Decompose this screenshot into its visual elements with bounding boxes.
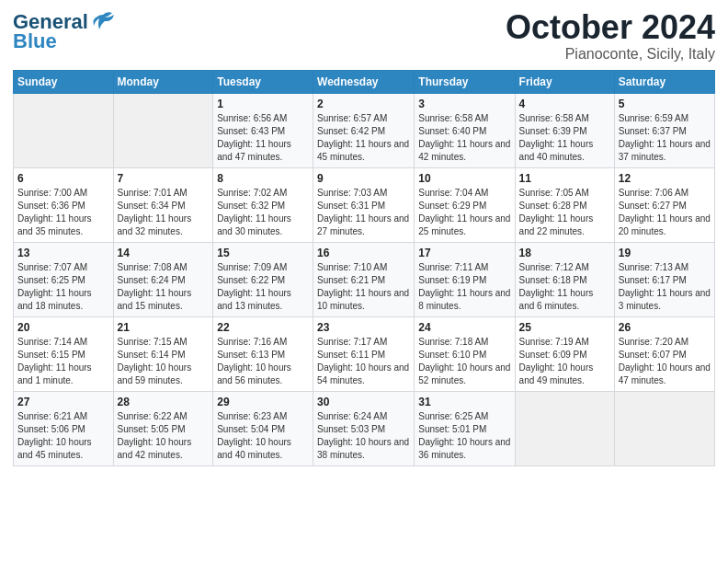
cell-w1-d1: [113, 93, 213, 167]
week-row-3: 13 Sunrise: 7:07 AM Sunset: 6:25 PM Dayl…: [14, 242, 715, 316]
cell-w4-d2: 22 Sunrise: 7:16 AM Sunset: 6:13 PM Dayl…: [213, 316, 313, 391]
day-number: 12: [619, 172, 711, 185]
daylight-text: Daylight: 11 hours and 8 minutes.: [418, 288, 510, 311]
day-number: 18: [519, 247, 610, 259]
cell-w2-d5: 11 Sunrise: 7:05 AM Sunset: 6:28 PM Dayl…: [515, 167, 614, 242]
daylight-text: Daylight: 11 hours and 20 minutes.: [619, 213, 711, 236]
sunrise-text: Sunrise: 7:18 AM: [418, 337, 488, 347]
daylight-text: Daylight: 11 hours and 1 minute.: [17, 362, 92, 385]
daylight-text: Daylight: 10 hours and 49 minutes.: [519, 362, 594, 385]
cell-w2-d4: 10 Sunrise: 7:04 AM Sunset: 6:29 PM Dayl…: [415, 167, 515, 242]
cell-w5-d2: 29 Sunrise: 6:23 AM Sunset: 5:04 PM Dayl…: [213, 391, 313, 465]
cell-w5-d4: 31 Sunrise: 6:25 AM Sunset: 5:01 PM Dayl…: [415, 391, 515, 465]
cell-w2-d1: 7 Sunrise: 7:01 AM Sunset: 6:34 PM Dayli…: [113, 167, 213, 242]
month-title: October 2024: [506, 9, 715, 46]
day-number: 11: [519, 172, 610, 185]
daylight-text: Daylight: 11 hours and 40 minutes.: [519, 139, 594, 162]
day-number: 26: [619, 321, 711, 334]
daylight-text: Daylight: 10 hours and 59 minutes.: [118, 362, 192, 385]
daylight-text: Daylight: 11 hours and 22 minutes.: [519, 213, 594, 236]
sunset-text: Sunset: 6:24 PM: [118, 275, 186, 285]
sunset-text: Sunset: 6:22 PM: [217, 275, 285, 285]
cell-w1-d3: 2 Sunrise: 6:57 AM Sunset: 6:42 PM Dayli…: [313, 93, 415, 167]
day-number: 28: [118, 396, 210, 408]
sunset-text: Sunset: 6:29 PM: [418, 201, 486, 211]
main-container: General Blue October 2024 Pianoconte, Si…: [0, 0, 728, 474]
sunset-text: Sunset: 6:14 PM: [118, 350, 186, 360]
day-number: 2: [317, 98, 410, 110]
sunset-text: Sunset: 6:19 PM: [418, 275, 486, 285]
day-number: 29: [217, 396, 309, 408]
sunrise-text: Sunrise: 7:19 AM: [519, 337, 589, 347]
sunrise-text: Sunrise: 6:24 AM: [317, 411, 387, 421]
daylight-text: Daylight: 10 hours and 40 minutes.: [217, 437, 291, 460]
daylight-text: Daylight: 10 hours and 54 minutes.: [317, 362, 409, 385]
cell-w1-d4: 3 Sunrise: 6:58 AM Sunset: 6:40 PM Dayli…: [415, 93, 515, 167]
cell-w2-d0: 6 Sunrise: 7:00 AM Sunset: 6:36 PM Dayli…: [14, 167, 114, 242]
sunrise-text: Sunrise: 6:22 AM: [118, 411, 188, 421]
day-number: 14: [118, 247, 210, 259]
daylight-text: Daylight: 10 hours and 56 minutes.: [217, 362, 291, 385]
title-block: October 2024 Pianoconte, Sicily, Italy: [506, 9, 715, 63]
day-number: 8: [217, 172, 309, 185]
sunrise-text: Sunrise: 6:56 AM: [217, 113, 287, 123]
week-row-5: 27 Sunrise: 6:21 AM Sunset: 5:06 PM Dayl…: [14, 391, 715, 465]
sunrise-text: Sunrise: 7:02 AM: [217, 188, 287, 198]
daylight-text: Daylight: 10 hours and 52 minutes.: [418, 362, 510, 385]
cell-w2-d6: 12 Sunrise: 7:06 AM Sunset: 6:27 PM Dayl…: [614, 167, 714, 242]
sunset-text: Sunset: 5:06 PM: [17, 424, 85, 434]
day-number: 20: [17, 321, 109, 334]
cell-w5-d5: [515, 391, 614, 465]
sunrise-text: Sunrise: 7:11 AM: [418, 262, 488, 272]
sunset-text: Sunset: 6:25 PM: [17, 275, 85, 285]
sunrise-text: Sunrise: 7:14 AM: [17, 337, 87, 347]
cell-w3-d1: 14 Sunrise: 7:08 AM Sunset: 6:24 PM Dayl…: [113, 242, 213, 316]
location: Pianoconte, Sicily, Italy: [506, 46, 715, 63]
day-number: 13: [17, 247, 109, 259]
sunset-text: Sunset: 6:32 PM: [217, 201, 285, 211]
cell-w4-d4: 24 Sunrise: 7:18 AM Sunset: 6:10 PM Dayl…: [415, 316, 515, 391]
sunrise-text: Sunrise: 7:06 AM: [619, 188, 688, 198]
daylight-text: Daylight: 11 hours and 32 minutes.: [118, 213, 192, 236]
sunrise-text: Sunrise: 7:00 AM: [17, 188, 87, 198]
daylight-text: Daylight: 10 hours and 42 minutes.: [118, 437, 192, 460]
sunrise-text: Sunrise: 6:58 AM: [519, 113, 589, 123]
cell-w5-d1: 28 Sunrise: 6:22 AM Sunset: 5:05 PM Dayl…: [113, 391, 213, 465]
sunset-text: Sunset: 6:18 PM: [519, 275, 587, 285]
calendar-table: Sunday Monday Tuesday Wednesday Thursday…: [13, 70, 715, 466]
day-number: 4: [519, 98, 610, 110]
week-row-2: 6 Sunrise: 7:00 AM Sunset: 6:36 PM Dayli…: [14, 167, 715, 242]
header-monday: Monday: [113, 70, 213, 93]
header-wednesday: Wednesday: [313, 70, 415, 93]
cell-w3-d3: 16 Sunrise: 7:10 AM Sunset: 6:21 PM Dayl…: [313, 242, 415, 316]
sunset-text: Sunset: 6:11 PM: [317, 350, 385, 360]
cell-w4-d1: 21 Sunrise: 7:15 AM Sunset: 6:14 PM Dayl…: [113, 316, 213, 391]
sunset-text: Sunset: 5:05 PM: [118, 424, 186, 434]
daylight-text: Daylight: 11 hours and 13 minutes.: [217, 288, 291, 311]
daylight-text: Daylight: 11 hours and 10 minutes.: [317, 288, 409, 311]
sunset-text: Sunset: 6:43 PM: [217, 126, 285, 136]
day-number: 6: [17, 172, 109, 185]
sunrise-text: Sunrise: 7:12 AM: [519, 262, 589, 272]
logo: General Blue: [13, 9, 116, 52]
header-thursday: Thursday: [415, 70, 515, 93]
daylight-text: Daylight: 11 hours and 25 minutes.: [418, 213, 510, 236]
cell-w3-d4: 17 Sunrise: 7:11 AM Sunset: 6:19 PM Dayl…: [415, 242, 515, 316]
header-sunday: Sunday: [14, 70, 114, 93]
sunrise-text: Sunrise: 7:16 AM: [217, 337, 287, 347]
day-number: 9: [317, 172, 410, 185]
sunset-text: Sunset: 6:15 PM: [17, 350, 85, 360]
daylight-text: Daylight: 10 hours and 45 minutes.: [17, 437, 92, 460]
sunrise-text: Sunrise: 6:58 AM: [418, 113, 488, 123]
sunrise-text: Sunrise: 7:20 AM: [619, 337, 688, 347]
day-number: 10: [418, 172, 510, 185]
day-number: 19: [619, 247, 711, 259]
sunrise-text: Sunrise: 7:01 AM: [118, 188, 188, 198]
daylight-text: Daylight: 10 hours and 36 minutes.: [418, 437, 510, 460]
sunrise-text: Sunrise: 7:05 AM: [519, 188, 589, 198]
cell-w5-d6: [614, 391, 714, 465]
sunset-text: Sunset: 6:39 PM: [519, 126, 587, 136]
day-number: 15: [217, 247, 309, 259]
sunrise-text: Sunrise: 6:25 AM: [418, 411, 488, 421]
daylight-text: Daylight: 11 hours and 6 minutes.: [519, 288, 594, 311]
